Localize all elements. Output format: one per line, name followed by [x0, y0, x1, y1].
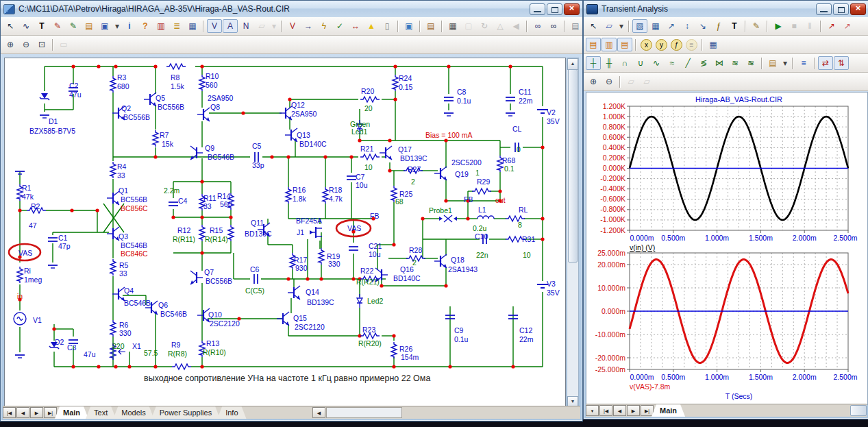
slope-points-icon[interactable]: ↗: [840, 19, 855, 33]
scale-corner-icon[interactable]: ↘: [695, 19, 710, 33]
region-box-icon[interactable]: ▣: [401, 19, 417, 33]
clipboard-icon[interactable]: ▤: [765, 56, 780, 70]
inflection-icon[interactable]: ≶: [696, 56, 711, 70]
maximize-button[interactable]: [547, 3, 562, 15]
tab-models[interactable]: Models: [113, 406, 153, 419]
x-axis-cursor-icon[interactable]: ⇄: [818, 56, 833, 70]
slope-icon[interactable]: ╱: [680, 56, 695, 70]
tab-nav-button[interactable]: ▶: [627, 405, 640, 416]
component-dropdown-icon[interactable]: ▾: [113, 19, 121, 33]
zoom-out-icon[interactable]: ⊖: [602, 75, 617, 88]
data-table-icon[interactable]: ▦: [706, 38, 721, 51]
find-component-icon[interactable]: ▣: [97, 19, 112, 33]
y-axis-icon[interactable]: y: [656, 39, 667, 51]
close-button[interactable]: [564, 3, 580, 15]
analysis-hscroll-thumb[interactable]: [850, 405, 867, 416]
node-ac-voltages-icon[interactable]: A: [223, 19, 238, 33]
edit-doc-icon[interactable]: ▦: [185, 19, 200, 33]
wire-mode-icon[interactable]: ∿: [18, 19, 34, 33]
hscroll-track[interactable]: [326, 407, 402, 418]
flag-tool-icon[interactable]: ✎: [66, 19, 81, 33]
tab-nav-button[interactable]: |◀: [599, 405, 612, 416]
find-in-schematic-icon[interactable]: ∞: [530, 19, 545, 33]
plot-limits-icon[interactable]: ▦: [648, 19, 663, 33]
shape-menu-icon[interactable]: ▱: [602, 19, 617, 33]
schematic-titlebar[interactable]: C:\MC11\DATA\Petrov\Hiraga\HIRAGA_AB-35V…: [1, 1, 582, 17]
copy-gray-icon[interactable]: ▱: [623, 75, 638, 88]
tab-nav-button[interactable]: ▾: [586, 405, 599, 416]
tab-nav-button[interactable]: |◀: [3, 407, 16, 418]
analysis-minimize-button[interactable]: [816, 3, 832, 15]
dc-voltage-probe-icon[interactable]: V: [285, 19, 300, 33]
scale-box-icon[interactable]: ▧: [632, 19, 647, 33]
stamp-icon[interactable]: ▤: [423, 19, 438, 33]
pause-icon[interactable]: ‖: [802, 19, 817, 33]
flip-horizontal-icon[interactable]: △: [493, 19, 508, 33]
high-icon[interactable]: ∿: [649, 56, 664, 70]
run-icon[interactable]: ▶: [771, 19, 786, 33]
numeric-output-icon[interactable]: ≡: [796, 56, 811, 70]
bus-icon[interactable]: ▤: [82, 19, 97, 33]
tab-nav-button[interactable]: ▶|: [641, 405, 654, 416]
clipboard-dropdown-icon[interactable]: ▾: [781, 56, 789, 70]
info-icon[interactable]: i: [122, 19, 137, 33]
tab-main[interactable]: Main: [652, 404, 685, 417]
fx-scale-icon[interactable]: ƒ: [711, 19, 726, 33]
node-voltages-icon[interactable]: V: [207, 19, 222, 33]
scale-y-icon[interactable]: ↕: [680, 19, 695, 33]
panel-stripes-3-icon[interactable]: ▤: [617, 38, 632, 51]
gray-dropdown-icon[interactable]: ▾: [270, 19, 278, 33]
analysis-maximize-button[interactable]: [833, 3, 849, 15]
doc-check-icon[interactable]: ▥: [153, 19, 169, 33]
minimize-button[interactable]: [530, 3, 545, 15]
zoom-in-icon[interactable]: ⊕: [586, 75, 601, 88]
panel-stripes-2-icon[interactable]: ▥: [602, 38, 617, 51]
panel-stripes-1-icon[interactable]: ▤: [586, 38, 601, 51]
condition-check-icon[interactable]: ✓: [332, 19, 347, 33]
shape-gray-icon[interactable]: ▱: [254, 19, 269, 33]
find-icon[interactable]: ∞: [546, 19, 561, 33]
rotate-icon[interactable]: ↻: [477, 19, 492, 33]
plot-list-icon[interactable]: ≣: [169, 19, 184, 33]
hscroll-left-button[interactable]: ◀: [312, 407, 325, 418]
shape-dropdown-icon[interactable]: ▾: [617, 19, 625, 33]
folder-gray-icon[interactable]: ▭: [56, 38, 71, 51]
cross-curves-icon[interactable]: ⋈: [712, 56, 727, 70]
x-axis-icon[interactable]: x: [641, 39, 652, 51]
clear-region-icon[interactable]: ▢: [461, 19, 476, 33]
peak-icon[interactable]: ∩: [617, 56, 632, 70]
zoom-out-icon[interactable]: ⊖: [18, 38, 34, 51]
analysis-titlebar[interactable]: Transient Analysis: [584, 1, 868, 17]
slope-up-icon[interactable]: ↗: [824, 19, 839, 33]
node-numbers-icon[interactable]: N: [238, 19, 253, 33]
power-icon[interactable]: ϟ: [317, 19, 332, 33]
envelope-icon[interactable]: ≋: [728, 56, 743, 70]
doc-go-icon[interactable]: ▤: [568, 19, 583, 33]
flip-vertical-icon[interactable]: ◀: [508, 19, 523, 33]
warning-icon[interactable]: ▲: [364, 19, 379, 33]
tab-main[interactable]: Main: [55, 406, 88, 419]
text-tool-icon[interactable]: T: [34, 19, 49, 33]
cursor-vertical-icon[interactable]: ╫: [602, 56, 617, 70]
select-cursor-icon[interactable]: ↖: [586, 19, 601, 33]
select-region-icon[interactable]: ▦: [445, 19, 460, 33]
select-tool-icon[interactable]: ↖: [3, 19, 18, 33]
stop-icon[interactable]: ■: [786, 19, 802, 33]
tab-power-supplies[interactable]: Power Supplies: [151, 406, 220, 419]
analysis-close-button[interactable]: [850, 3, 866, 15]
zoom-100-icon[interactable]: ⊡: [34, 38, 49, 51]
properties-icon[interactable]: ✎: [749, 19, 764, 33]
tab-nav-button[interactable]: ▶: [30, 407, 43, 418]
tab-nav-button[interactable]: ▶|: [44, 407, 57, 418]
scroll-up-button[interactable]: ▲: [567, 58, 578, 70]
eq-gray-icon[interactable]: ≡: [686, 39, 697, 51]
branches-icon[interactable]: ≋: [743, 56, 758, 70]
schematic-canvas[interactable]: C247uD1BZX585-B7V5R3680R81.5kR105602SA95…: [4, 58, 566, 407]
scroll-thumb[interactable]: [568, 69, 578, 263]
paste-gray-icon[interactable]: ▱: [639, 75, 654, 88]
blank-doc-icon[interactable]: ▯: [380, 19, 395, 33]
low-icon[interactable]: ≈: [665, 56, 680, 70]
valley-icon[interactable]: ∪: [633, 56, 648, 70]
pin-span-icon[interactable]: ↔: [348, 19, 363, 33]
help-icon[interactable]: ?: [138, 19, 153, 33]
